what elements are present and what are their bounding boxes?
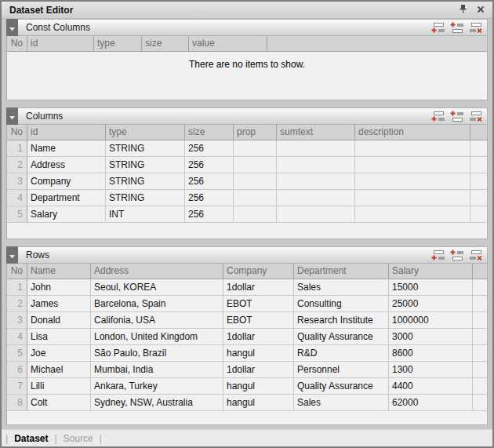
data-cell[interactable] xyxy=(355,173,470,190)
data-cell[interactable]: 256 xyxy=(185,157,234,173)
data-cell[interactable]: Michael xyxy=(27,362,91,378)
data-cell[interactable]: Name xyxy=(27,140,106,157)
data-cell[interactable]: Colt xyxy=(27,395,91,411)
panel-header-columns: Columns xyxy=(6,107,488,125)
row-number-cell[interactable]: 4 xyxy=(7,190,27,206)
data-cell[interactable]: 15000 xyxy=(389,279,473,296)
row-number-cell[interactable]: 8 xyxy=(7,395,27,411)
data-cell[interactable]: 8600 xyxy=(389,345,473,362)
data-cell[interactable]: Quality Assurance xyxy=(294,329,389,345)
data-cell[interactable] xyxy=(234,173,277,190)
data-cell[interactable]: 256 xyxy=(185,190,234,206)
data-cell[interactable] xyxy=(355,140,470,157)
data-cell[interactable]: São Paulo, Brazil xyxy=(91,345,223,362)
row-number-cell[interactable]: 6 xyxy=(7,362,27,378)
data-cell[interactable]: 1dollar xyxy=(223,362,294,378)
data-cell[interactable]: Salary xyxy=(27,206,106,223)
data-cell[interactable]: Research Institute xyxy=(294,312,389,329)
data-cell[interactable]: 3000 xyxy=(389,329,473,345)
data-cell[interactable]: STRING xyxy=(106,190,185,206)
row-number-cell[interactable]: 2 xyxy=(7,296,27,312)
data-cell[interactable] xyxy=(277,206,355,223)
data-cell[interactable] xyxy=(355,190,470,206)
data-cell[interactable]: hangul xyxy=(223,395,294,411)
delete-row-button[interactable] xyxy=(469,22,483,34)
data-cell[interactable]: Sydney, NSW, Australia xyxy=(91,395,223,411)
data-cell[interactable] xyxy=(355,206,470,223)
collapse-button[interactable] xyxy=(6,107,18,125)
data-cell[interactable]: 4400 xyxy=(389,378,473,395)
row-number-cell[interactable]: 2 xyxy=(7,157,27,173)
data-cell[interactable]: Sales xyxy=(294,395,389,411)
data-cell[interactable]: 1000000 xyxy=(389,312,473,329)
data-cell[interactable] xyxy=(234,190,277,206)
data-cell[interactable]: Seoul, KOREA xyxy=(91,279,223,296)
data-cell[interactable]: 1dollar xyxy=(223,279,294,296)
collapse-button[interactable] xyxy=(6,246,18,264)
row-number-cell[interactable]: 1 xyxy=(7,279,27,296)
data-cell[interactable]: STRING xyxy=(106,157,185,173)
data-cell[interactable] xyxy=(234,157,277,173)
insert-row-button[interactable] xyxy=(450,249,464,261)
data-cell[interactable]: Lisa xyxy=(27,329,91,345)
add-row-button[interactable] xyxy=(431,249,445,261)
data-cell[interactable]: London, United Kingdom xyxy=(91,329,223,345)
data-cell[interactable]: 256 xyxy=(185,173,234,190)
data-cell[interactable]: hangul xyxy=(223,378,294,395)
data-cell[interactable]: STRING xyxy=(106,173,185,190)
row-number-cell[interactable]: 5 xyxy=(7,345,27,362)
data-cell[interactable]: EBOT xyxy=(223,296,294,312)
data-cell[interactable]: James xyxy=(27,296,91,312)
data-cell[interactable]: Department xyxy=(27,190,106,206)
data-cell[interactable] xyxy=(277,190,355,206)
delete-row-button[interactable] xyxy=(469,249,483,261)
data-cell[interactable]: INT xyxy=(106,206,185,223)
row-number-cell[interactable]: 7 xyxy=(7,378,27,395)
close-button[interactable] xyxy=(477,4,485,16)
tab-dataset[interactable]: Dataset xyxy=(14,433,48,444)
data-cell[interactable]: 256 xyxy=(185,206,234,223)
row-number-cell[interactable]: 3 xyxy=(7,173,27,190)
insert-row-button[interactable] xyxy=(450,111,464,122)
data-cell[interactable] xyxy=(277,140,355,157)
data-cell[interactable]: Personnel xyxy=(294,362,389,378)
row-number-cell[interactable]: 5 xyxy=(7,206,27,223)
data-cell[interactable] xyxy=(234,140,277,157)
data-cell[interactable] xyxy=(277,173,355,190)
data-cell[interactable]: 62000 xyxy=(389,395,473,411)
data-cell[interactable]: hangul xyxy=(223,345,294,362)
data-cell[interactable]: Mumbai, India xyxy=(91,362,223,378)
insert-row-button[interactable] xyxy=(450,22,464,34)
data-cell[interactable]: EBOT xyxy=(223,312,294,329)
pin-button[interactable] xyxy=(459,4,467,16)
collapse-button[interactable] xyxy=(6,19,18,36)
data-cell[interactable]: Sales xyxy=(294,279,389,296)
data-cell[interactable]: Donald xyxy=(27,312,91,329)
row-number-cell[interactable]: 3 xyxy=(7,312,27,329)
data-cell[interactable]: R&D xyxy=(294,345,389,362)
data-cell[interactable]: Quality Assurance xyxy=(294,378,389,395)
data-cell[interactable]: Barcelona, Spain xyxy=(91,296,223,312)
data-cell[interactable]: Consulting xyxy=(294,296,389,312)
data-cell[interactable] xyxy=(355,157,470,173)
row-number-cell[interactable]: 4 xyxy=(7,329,27,345)
data-cell[interactable]: Ankara, Turkey xyxy=(91,378,223,395)
tab-source[interactable]: Source xyxy=(64,433,93,444)
add-row-button[interactable] xyxy=(431,111,445,122)
data-cell[interactable]: 256 xyxy=(185,140,234,157)
data-cell[interactable]: STRING xyxy=(106,140,185,157)
row-number-cell[interactable]: 1 xyxy=(7,140,27,157)
data-cell[interactable]: 1300 xyxy=(389,362,473,378)
data-cell[interactable]: John xyxy=(27,279,91,296)
data-cell[interactable]: Address xyxy=(27,157,106,173)
data-cell[interactable] xyxy=(234,206,277,223)
data-cell[interactable]: Company xyxy=(27,173,106,190)
data-cell[interactable]: 1dollar xyxy=(223,329,294,345)
data-cell[interactable]: Joe xyxy=(27,345,91,362)
data-cell[interactable]: Califonia, USA xyxy=(91,312,223,329)
data-cell[interactable]: 25000 xyxy=(389,296,473,312)
data-cell[interactable]: Lilli xyxy=(27,378,91,395)
delete-row-button[interactable] xyxy=(469,111,483,122)
data-cell[interactable] xyxy=(277,157,355,173)
add-row-button[interactable] xyxy=(431,22,445,34)
